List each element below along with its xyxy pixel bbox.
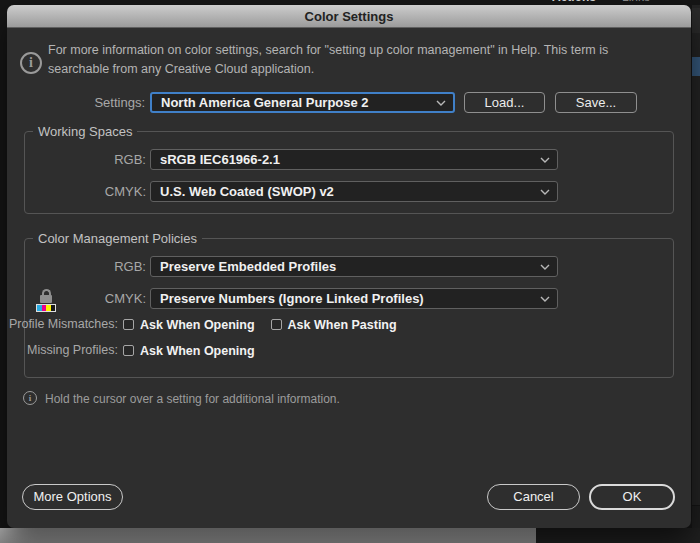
chevron-down-icon — [540, 264, 550, 270]
panel-selected-row — [692, 57, 700, 76]
chevron-down-icon — [540, 296, 550, 302]
profile-mismatches-row: Ask When Opening Ask When Pasting — [123, 317, 413, 332]
more-options-button[interactable]: More Options — [22, 484, 123, 510]
save-button[interactable]: Save... — [555, 92, 637, 113]
ws-rgb-value: sRGB IEC61966-2.1 — [151, 152, 540, 167]
ask-when-pasting-label: Ask When Pasting — [288, 318, 397, 332]
info-banner: For more information on color settings, … — [48, 41, 678, 79]
missing-ask-when-opening-checkbox[interactable] — [123, 345, 134, 356]
background-tab-actions[interactable]: Actions — [552, 0, 596, 4]
hint-text: Hold the cursor over a setting for addit… — [45, 392, 340, 406]
ws-cmyk-select[interactable]: U.S. Web Coated (SWOP) v2 — [150, 181, 558, 202]
ok-button[interactable]: OK — [589, 484, 675, 510]
chevron-down-icon — [540, 189, 550, 195]
background-document-edge — [0, 528, 536, 543]
screen: Actions Links Color Settings i For more … — [0, 0, 700, 543]
ask-when-pasting-checkbox[interactable] — [271, 319, 282, 330]
background-tab-links[interactable]: Links — [622, 0, 650, 4]
info-circle-icon-small: i — [23, 391, 37, 405]
missing-ask-when-opening-label: Ask When Opening — [140, 344, 255, 358]
pol-rgb-value: Preserve Embedded Profiles — [151, 259, 540, 274]
ws-rgb-select[interactable]: sRGB IEC61966-2.1 — [150, 149, 558, 170]
pol-rgb-select[interactable]: Preserve Embedded Profiles — [150, 256, 558, 277]
ws-cmyk-value: U.S. Web Coated (SWOP) v2 — [151, 184, 540, 199]
chevron-down-icon — [436, 100, 446, 106]
missing-profiles-label: Missing Profiles: — [7, 340, 118, 361]
chevron-down-icon — [540, 157, 550, 163]
ask-when-opening-checkbox[interactable] — [123, 319, 134, 330]
profile-mismatches-label: Profile Mismatches: — [7, 314, 118, 335]
dialog-titlebar[interactable]: Color Settings — [7, 5, 691, 28]
background-panel-edge — [692, 5, 700, 543]
working-spaces-legend: Working Spaces — [33, 123, 137, 140]
settings-value: North America General Purpose 2 — [152, 95, 436, 110]
dialog-title: Color Settings — [305, 9, 394, 24]
pol-cmyk-label: CMYK: — [47, 288, 146, 309]
settings-label: Settings: — [27, 92, 145, 113]
ws-cmyk-label: CMYK: — [47, 181, 146, 202]
panel-row — [692, 8, 700, 33]
info-line-1: For more information on color settings, … — [48, 41, 678, 60]
cancel-button[interactable]: Cancel — [487, 484, 580, 510]
color-settings-dialog: Color Settings i For more information on… — [7, 5, 691, 528]
load-button[interactable]: Load... — [464, 92, 545, 113]
pol-cmyk-value: Preserve Numbers (Ignore Linked Profiles… — [151, 291, 540, 306]
ask-when-opening-label: Ask When Opening — [140, 318, 255, 332]
ws-rgb-label: RGB: — [47, 149, 146, 170]
pol-rgb-label: RGB: — [47, 256, 146, 277]
info-line-2: searchable from any Creative Cloud appli… — [48, 60, 678, 79]
background-panel-bottom — [536, 528, 700, 543]
info-circle-icon: i — [20, 52, 42, 74]
missing-profiles-row: Ask When Opening — [123, 343, 271, 358]
pol-cmyk-select[interactable]: Preserve Numbers (Ignore Linked Profiles… — [150, 288, 558, 309]
policies-legend: Color Management Policies — [33, 230, 202, 247]
settings-select[interactable]: North America General Purpose 2 — [150, 92, 455, 113]
